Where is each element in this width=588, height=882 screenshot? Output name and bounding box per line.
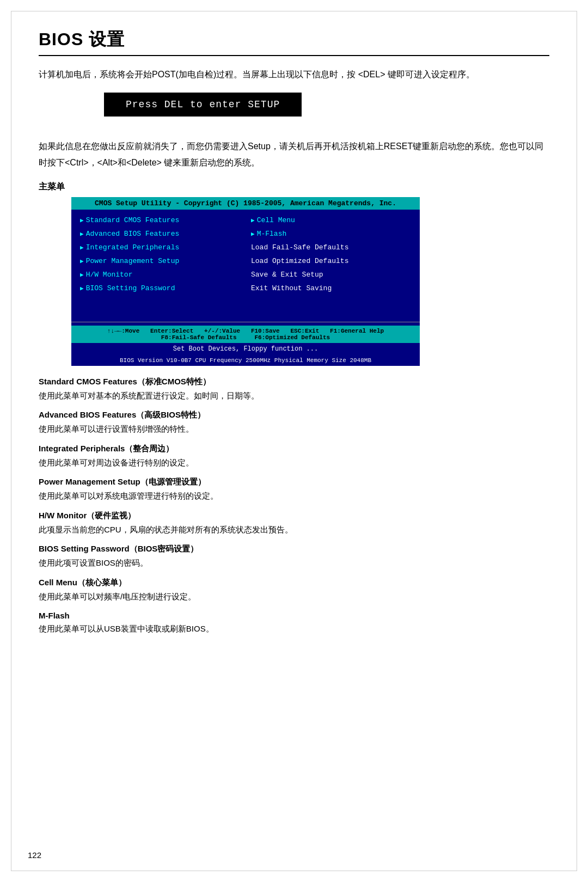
bios-left-label-2: Integrated Peripherals	[86, 243, 180, 252]
title-divider	[39, 55, 549, 56]
bios-screen: CMOS Setup Utility - Copyright (C) 1985-…	[71, 197, 420, 366]
arrow-icon-5: ▶	[80, 285, 84, 292]
arrow-icon-0: ▶	[80, 217, 84, 224]
bios-left-item-2[interactable]: ▶ Integrated Peripherals	[80, 243, 240, 252]
bios-left-item-0[interactable]: ▶ Standard CMOS Features	[80, 216, 240, 224]
bios-left-item-3[interactable]: ▶ Power Management Setup	[80, 257, 240, 265]
menu-item-5: BIOS Setting Password（BIOS密码设置） 使用此项可设置B…	[39, 544, 549, 570]
menu-item-desc-1: 使用此菜单可以进行设置特别增强的特性。	[39, 422, 549, 436]
arrow-icon-r1: ▶	[251, 230, 255, 237]
bios-prompt: Press DEL to enter SETUP	[104, 93, 302, 117]
menu-item-title-5: BIOS Setting Password（BIOS密码设置）	[39, 544, 549, 554]
menu-item-desc-6: 使用此菜单可以对频率/电压控制进行设定。	[39, 590, 549, 604]
menu-item-title-0: Standard CMOS Features（标准CMOS特性）	[39, 377, 549, 387]
menu-item-6: Cell Menu（核心菜单） 使用此菜单可以对频率/电压控制进行设定。	[39, 578, 549, 604]
menu-item-0: Standard CMOS Features（标准CMOS特性） 使用此菜单可对…	[39, 377, 549, 403]
arrow-icon-4: ▶	[80, 271, 84, 278]
arrow-icon-1: ▶	[80, 230, 84, 237]
menu-item-4: H/W Monitor（硬件监视） 此项显示当前您的CPU，风扇的状态并能对所有…	[39, 511, 549, 537]
main-menu-label: 主菜单	[39, 181, 549, 193]
menu-item-desc-7: 使用此菜单可以从USB装置中读取或刷新BIOS。	[39, 622, 549, 636]
menu-item-2: Integrated Peripherals（整合周边） 使用此菜单可对周边设备…	[39, 444, 549, 470]
arrow-icon-3: ▶	[80, 258, 84, 265]
bios-divider	[71, 322, 420, 322]
menu-descriptions: Standard CMOS Features（标准CMOS特性） 使用此菜单可对…	[39, 377, 549, 636]
menu-item-7: M-Flash 使用此菜单可以从USB装置中读取或刷新BIOS。	[39, 611, 549, 636]
page-title: BIOS 设置	[39, 28, 549, 52]
bios-right-item-5[interactable]: Exit Without Saving	[251, 284, 411, 292]
menu-item-desc-3: 使用此菜单可以对系统电源管理进行特别的设定。	[39, 489, 549, 503]
bios-left-item-4[interactable]: ▶ H/W Monitor	[80, 271, 240, 279]
menu-item-title-6: Cell Menu（核心菜单）	[39, 578, 549, 588]
bios-right-item-0[interactable]: ▶ Cell Menu	[251, 216, 411, 224]
bios-right-item-1[interactable]: ▶ M-Flash	[251, 230, 411, 238]
bios-body: ▶ Standard CMOS Features ▶ Advanced BIOS…	[71, 210, 420, 318]
page-number: 122	[28, 850, 41, 860]
bios-left-item-5[interactable]: ▶ BIOS Setting Password	[80, 284, 240, 292]
bios-right-item-3[interactable]: Load Optimized Defaults	[251, 257, 411, 265]
bios-footer-1: ↑↓→←:Move Enter:Select +/-/:Value F10:Sa…	[71, 326, 420, 343]
bios-footer-2: Set Boot Devices, Floppy function ...	[71, 343, 420, 355]
menu-item-title-4: H/W Monitor（硬件监视）	[39, 511, 549, 521]
menu-item-desc-5: 使用此项可设置BIOS的密码。	[39, 556, 549, 570]
menu-item-title-1: Advanced BIOS Features（高级BIOS特性）	[39, 410, 549, 420]
menu-item-desc-4: 此项显示当前您的CPU，风扇的状态并能对所有的系统状态发出预告。	[39, 523, 549, 537]
bios-right-label-1: M-Flash	[257, 230, 287, 238]
bios-left-label-3: Power Management Setup	[86, 257, 180, 265]
menu-item-title-3: Power Management Setup（电源管理设置）	[39, 477, 549, 487]
bios-left-label-5: BIOS Setting Password	[86, 284, 175, 292]
after-text: 如果此信息在您做出反应前就消失了，而您仍需要进入Setup，请关机后再开机活按机…	[39, 138, 549, 171]
menu-item-desc-0: 使用此菜单可对基本的系统配置进行设定。如时间，日期等。	[39, 389, 549, 403]
bios-right-col: ▶ Cell Menu ▶ M-Flash Load Fail-Safe Def…	[251, 216, 411, 312]
bios-left-label-4: H/W Monitor	[86, 271, 133, 279]
bios-right-item-4[interactable]: Save & Exit Setup	[251, 271, 411, 279]
menu-item-1: Advanced BIOS Features（高级BIOS特性） 使用此菜单可以…	[39, 410, 549, 436]
bios-right-label-0: Cell Menu	[257, 216, 295, 224]
menu-item-desc-2: 使用此菜单可对周边设备进行特别的设定。	[39, 456, 549, 470]
bios-left-label-1: Advanced BIOS Features	[86, 230, 180, 238]
intro-text: 计算机加电后，系统将会开始POST(加电自检)过程。当屏幕上出现以下信息时，按 …	[39, 67, 549, 83]
bios-left-col: ▶ Standard CMOS Features ▶ Advanced BIOS…	[80, 216, 240, 312]
bios-left-item-1[interactable]: ▶ Advanced BIOS Features	[80, 230, 240, 238]
bios-right-item-2[interactable]: Load Fail-Safe Defaults	[251, 243, 411, 252]
menu-item-title-7: M-Flash	[39, 611, 549, 620]
bios-left-label-0: Standard CMOS Features	[86, 216, 180, 224]
menu-item-title-2: Integrated Peripherals（整合周边）	[39, 444, 549, 454]
bios-footer-3: BIOS Version V10-0B7 CPU Frequency 2500M…	[71, 355, 420, 366]
menu-item-3: Power Management Setup（电源管理设置） 使用此菜单可以对系…	[39, 477, 549, 503]
page-container: BIOS 设置 计算机加电后，系统将会开始POST(加电自检)过程。当屏幕上出现…	[11, 11, 577, 871]
bios-screen-title: CMOS Setup Utility - Copyright (C) 1985-…	[71, 197, 420, 210]
arrow-icon-2: ▶	[80, 244, 84, 251]
arrow-icon-r0: ▶	[251, 217, 255, 224]
